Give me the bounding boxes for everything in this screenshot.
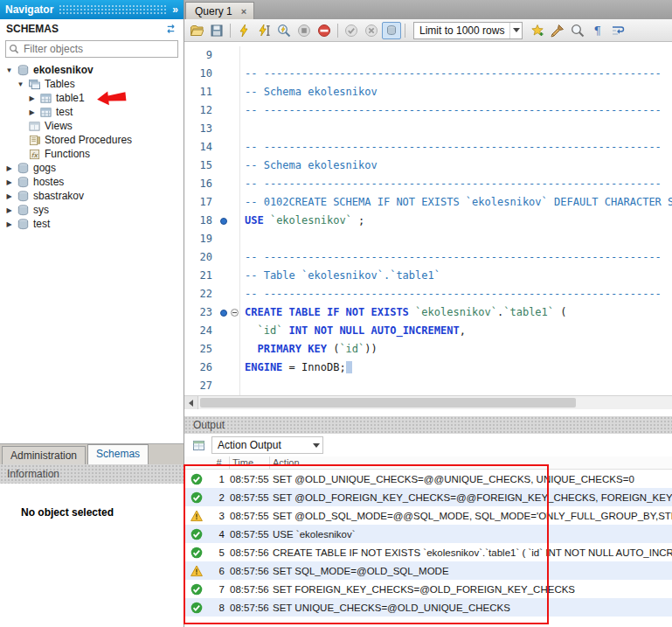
code-text[interactable]: CREATE TABLE IF NOT EXISTS `ekolesnikov`…	[240, 303, 672, 322]
execute-current-icon[interactable]	[254, 22, 274, 39]
tree-item-gogs[interactable]: ▶gogs	[0, 161, 184, 175]
code-text[interactable]: -- -------------------------------------…	[240, 101, 672, 120]
code-line: 9	[184, 46, 672, 65]
stop-icon[interactable]	[294, 22, 314, 39]
scrollbar-thumb[interactable]	[200, 398, 576, 408]
output-row[interactable]: 608:57:56SET SQL_MODE=@OLD_SQL_MODE	[184, 561, 672, 580]
tree-item-test[interactable]: ▶test	[0, 217, 184, 231]
tree-expander-icon[interactable]: ▶	[3, 164, 15, 172]
output-row[interactable]: 708:57:56SET FOREIGN_KEY_CHECKS=@OLD_FOR…	[184, 580, 672, 598]
autocommit-icon[interactable]	[382, 22, 401, 39]
code-text[interactable]: PRIMARY KEY (`id`))	[240, 340, 672, 359]
panel-splitter[interactable]	[184, 409, 672, 416]
tree-item-label: sbastrakov	[33, 190, 84, 202]
navigator-panel: Navigator » SCHEMAS ▼ekolesnikov▼Tables▶…	[0, 0, 184, 627]
code-text[interactable]	[240, 230, 672, 248]
commit-icon[interactable]	[342, 22, 361, 39]
code-line: 20-- -----------------------------------…	[184, 248, 672, 267]
tree-item-sys[interactable]: ▶sys	[0, 203, 184, 217]
tree-expander-icon[interactable]: ▶	[26, 94, 38, 102]
tree-expander-icon[interactable]: ▶	[3, 206, 15, 214]
code-text[interactable]: ENGINE = InnoDB;	[240, 359, 672, 377]
open-file-icon[interactable]	[187, 22, 206, 39]
warning-icon	[184, 510, 209, 522]
stop-on-error-icon[interactable]	[315, 22, 334, 39]
code-text[interactable]: -- Schema ekolesnikov	[240, 157, 672, 175]
code-token	[409, 306, 415, 318]
execute-icon[interactable]	[234, 22, 253, 39]
tab-query-1[interactable]: Query 1 ×	[185, 2, 254, 19]
tree-expander-icon[interactable]: ▶	[3, 220, 15, 228]
invisibles-icon[interactable]: ¶	[588, 22, 607, 39]
code-text[interactable]: -- -------------------------------------…	[240, 175, 672, 193]
limit-rows-dropdown[interactable]: Limit to 1000 rows	[413, 22, 523, 39]
tree-item-views[interactable]: Views	[0, 119, 184, 133]
column-time[interactable]: Time	[230, 456, 270, 469]
tree-item-test[interactable]: ▶test	[0, 105, 184, 119]
new-snippet-icon[interactable]	[528, 22, 547, 39]
line-number: 26	[184, 359, 218, 377]
output-row[interactable]: 208:57:55SET @OLD_FOREIGN_KEY_CHECKS=@@F…	[184, 488, 672, 506]
explain-icon[interactable]	[274, 22, 294, 39]
tree-item-functions[interactable]: fxFunctions	[0, 147, 184, 161]
code-text[interactable]: -- -------------------------------------…	[240, 248, 672, 267]
code-line: 13	[184, 120, 672, 138]
code-token: -- -------------------------------------…	[245, 67, 662, 80]
line-number: 17	[184, 193, 218, 212]
tree-item-ekolesnikov[interactable]: ▼ekolesnikov	[0, 63, 184, 77]
code-text[interactable]: -- Schema ekolesnikov	[240, 83, 672, 101]
code-text[interactable]: -- Table `ekolesnikov`.`table1`	[240, 267, 672, 285]
code-text[interactable]: USE `ekolesnikov` ;	[240, 212, 672, 230]
row-action: SET @OLD_SQL_MODE=@@SQL_MODE, SQL_MODE='…	[270, 511, 672, 521]
tree-item-stored-procedures[interactable]: Stored Procedures	[0, 133, 184, 147]
output-row[interactable]: 108:57:55SET @OLD_UNIQUE_CHECKS=@@UNIQUE…	[184, 470, 672, 488]
filter-objects-input[interactable]	[5, 40, 178, 58]
tree-item-sbastrakov[interactable]: ▶sbastrakov	[0, 189, 184, 203]
tree-item-tables[interactable]: ▼Tables	[0, 77, 184, 91]
code-text[interactable]: -- -------------------------------------…	[240, 65, 672, 83]
column-index[interactable]: #	[209, 456, 230, 469]
code-text[interactable]: -- -------------------------------------…	[240, 138, 672, 157]
code-text[interactable]: -- 0102CREATE SCHEMA IF NOT EXISTS `ekol…	[240, 193, 672, 212]
collapse-panel-icon[interactable]: »	[172, 3, 178, 16]
tab-administration[interactable]: Administration	[2, 446, 86, 464]
row-time: 08:57:55	[230, 492, 270, 503]
tree-expander-icon[interactable]: ▶	[26, 108, 38, 116]
column-action[interactable]: Action	[270, 456, 672, 469]
sql-editor[interactable]: 910-- ----------------------------------…	[184, 42, 672, 395]
tree-item-hostes[interactable]: ▶hostes	[0, 175, 184, 189]
fold-gutter	[229, 138, 240, 157]
tab-schemas[interactable]: Schemas	[87, 444, 149, 464]
editor-horizontal-scrollbar[interactable]	[184, 395, 672, 409]
output-row[interactable]: 808:57:56SET UNIQUE_CHECKS=@OLD_UNIQUE_C…	[184, 598, 672, 617]
find-icon[interactable]	[568, 22, 587, 39]
beautify-icon[interactable]	[548, 22, 567, 39]
code-text[interactable]	[240, 377, 672, 395]
code-text[interactable]	[240, 120, 672, 138]
output-row[interactable]: 508:57:56CREATE TABLE IF NOT EXISTS `eko…	[184, 543, 672, 561]
tree-expander-icon[interactable]: ▼	[3, 66, 15, 74]
save-icon[interactable]	[207, 22, 226, 39]
fold-collapse-icon[interactable]	[231, 309, 239, 317]
wrap-icon[interactable]	[608, 22, 627, 39]
output-view-dropdown[interactable]: Action Output	[211, 436, 323, 454]
tree-expander-icon[interactable]: ▶	[3, 178, 15, 186]
code-text[interactable]: -- -------------------------------------…	[240, 285, 672, 303]
tree-expander-icon[interactable]: ▶	[3, 192, 15, 200]
tree-expander-icon[interactable]: ▼	[15, 80, 26, 88]
close-tab-icon[interactable]: ×	[241, 6, 246, 17]
rollback-icon[interactable]	[362, 22, 381, 39]
action-output-icon	[192, 440, 205, 451]
statement-dot	[220, 310, 227, 317]
code-text[interactable]	[240, 46, 672, 65]
tree-item-label: ekolesnikov	[33, 64, 94, 76]
code-text[interactable]: `id` INT NOT NULL AUTO_INCREMENT,	[240, 322, 672, 340]
tree-item-table1[interactable]: ▶table1	[0, 91, 184, 105]
refresh-schemas-icon[interactable]	[164, 24, 177, 34]
output-row[interactable]: 308:57:55SET @OLD_SQL_MODE=@@SQL_MODE, S…	[184, 506, 672, 525]
tree-item-label: Stored Procedures	[45, 134, 132, 146]
code-token: -- -------------------------------------…	[245, 141, 662, 153]
output-row[interactable]: 408:57:55USE `ekolesnikov`	[184, 525, 672, 543]
scroll-left-icon[interactable]	[184, 396, 198, 409]
tab-query-1-label: Query 1	[195, 5, 232, 17]
